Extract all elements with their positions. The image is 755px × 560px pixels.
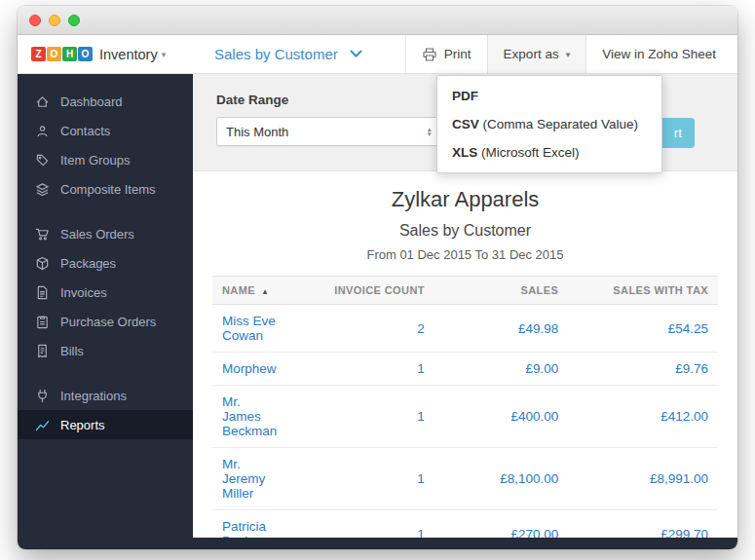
- invoice-count-link[interactable]: 1: [286, 353, 434, 386]
- sidebar-item-integrations[interactable]: Integrations: [18, 381, 193, 410]
- date-range-select[interactable]: This Month ▲▼: [216, 117, 442, 146]
- export-menu-item-csv[interactable]: CSV (Comma Separated Value): [437, 110, 661, 138]
- column-header-name[interactable]: NAME▲: [212, 277, 286, 305]
- customer-name-link[interactable]: Mr. Jeremy Miller: [212, 448, 286, 510]
- chevron-down-icon: ▾: [162, 50, 167, 59]
- top-navigation-bar: Z O H O Inventory ▾ Sales by Customer Pr…: [18, 35, 737, 74]
- column-header-label: NAME: [222, 284, 255, 296]
- column-header-invoice-count[interactable]: INVOICE COUNT: [286, 277, 434, 305]
- sidebar-item-label: Bills: [60, 344, 84, 358]
- print-button[interactable]: Print: [405, 35, 487, 73]
- company-name: Zylkar Apparels: [212, 187, 718, 212]
- export-as-label: Export as: [504, 47, 559, 61]
- sort-ascending-icon: ▲: [261, 287, 269, 296]
- composite-items-icon: [35, 182, 50, 197]
- sidebar-item-label: Item Groups: [60, 153, 131, 168]
- zoho-inventory-logo[interactable]: Z O H O Inventory ▾: [18, 35, 193, 73]
- sales-with-tax-link[interactable]: £54.25: [568, 305, 718, 353]
- export-menu-item-xls[interactable]: XLS (Microsoft Excel): [437, 138, 661, 167]
- sales-value-link[interactable]: £400.00: [434, 386, 568, 448]
- invoice-count-link[interactable]: 1: [286, 386, 434, 448]
- customer-name-link[interactable]: Patricia Boyle: [212, 510, 286, 539]
- sidebar-item-label: Packages: [60, 256, 116, 271]
- sidebar-item-dashboard[interactable]: Dashboard: [18, 87, 193, 116]
- sidebar-item-label: Purchase Orders: [60, 315, 156, 329]
- sidebar-item-item-groups[interactable]: Item Groups: [18, 145, 193, 174]
- close-window-button[interactable]: [29, 15, 41, 26]
- contacts-icon: [35, 124, 50, 138]
- export-format-description: (Comma Separated Value): [479, 117, 638, 131]
- report-table-body: Miss Eve Cowan2£49.98£54.25Morphew1£9.00…: [212, 305, 718, 539]
- column-header-sales-with-tax[interactable]: SALES WITH TAX: [568, 277, 718, 305]
- view-in-zoho-sheet-button[interactable]: View in Zoho Sheet: [586, 35, 732, 73]
- report-period: From 01 Dec 2015 To 31 Dec 2015: [212, 247, 718, 262]
- sidebar-item-label: Reports: [60, 418, 105, 432]
- sales-value-link[interactable]: £9.00: [434, 353, 568, 386]
- customer-name-link[interactable]: Morphew: [212, 353, 286, 386]
- sidebar-item-label: Integrations: [60, 389, 127, 403]
- sales-with-tax-link[interactable]: £299.70: [568, 510, 718, 539]
- sidebar: Dashboard Contacts Item Groups Composite…: [18, 74, 193, 538]
- sidebar-item-label: Contacts: [60, 124, 110, 138]
- export-format-description: (Microsoft Excel): [477, 145, 579, 160]
- report-table: NAME▲ INVOICE COUNT SALES SALES WITH TAX…: [212, 276, 718, 538]
- chevron-down-icon: ▾: [566, 50, 571, 59]
- sidebar-item-sales-orders[interactable]: Sales Orders: [18, 219, 193, 248]
- zoom-window-button[interactable]: [68, 15, 80, 26]
- sidebar-item-contacts[interactable]: Contacts: [18, 116, 193, 145]
- export-menu-item-pdf[interactable]: PDF: [437, 82, 661, 110]
- report-title: Sales by Customer: [212, 222, 718, 240]
- column-header-sales[interactable]: SALES: [434, 277, 568, 305]
- table-row: Mr. James Beckman1£400.00£412.00: [212, 386, 718, 448]
- sidebar-item-packages[interactable]: Packages: [18, 248, 193, 278]
- table-header-row: NAME▲ INVOICE COUNT SALES SALES WITH TAX: [212, 277, 718, 305]
- integrations-icon: [35, 389, 50, 403]
- report-selector[interactable]: Sales by Customer: [193, 35, 362, 73]
- dashboard-icon: [35, 94, 50, 109]
- invoice-count-link[interactable]: 2: [286, 305, 434, 353]
- date-range-value: This Month: [226, 125, 288, 139]
- sales-value-link[interactable]: £8,100.00: [434, 448, 568, 510]
- export-as-button[interactable]: Export as ▾: [487, 35, 587, 73]
- window-footer: [18, 538, 737, 549]
- sidebar-item-bills[interactable]: Bills: [18, 336, 193, 365]
- sales-with-tax-link[interactable]: £412.00: [568, 386, 718, 448]
- sales-with-tax-link[interactable]: £8,991.00: [568, 448, 718, 510]
- export-menu: PDF CSV (Comma Separated Value) XLS (Mic…: [436, 75, 662, 173]
- customer-name-link[interactable]: Mr. James Beckman: [212, 386, 286, 448]
- purchase-orders-icon: [35, 315, 50, 329]
- sidebar-item-label: Invoices: [60, 285, 107, 300]
- sidebar-item-label: Sales Orders: [60, 227, 134, 242]
- reports-icon: [35, 418, 50, 432]
- sidebar-item-reports[interactable]: Reports: [18, 410, 193, 439]
- table-row: Mr. Jeremy Miller1£8,100.00£8,991.00: [212, 448, 718, 510]
- sidebar-item-purchase-orders[interactable]: Purchase Orders: [18, 307, 193, 336]
- invoice-count-link[interactable]: 1: [286, 510, 434, 539]
- logo-letter: O: [78, 47, 93, 61]
- item-groups-icon: [35, 153, 50, 168]
- sales-with-tax-link[interactable]: £9.76: [568, 353, 718, 386]
- packages-icon: [35, 256, 50, 271]
- sidebar-item-composite-items[interactable]: Composite Items: [18, 174, 193, 204]
- view-in-zoho-sheet-label: View in Zoho Sheet: [602, 47, 716, 61]
- table-row: Miss Eve Cowan2£49.98£54.25: [212, 305, 718, 353]
- sales-value-link[interactable]: £270.00: [434, 510, 568, 539]
- customer-name-link[interactable]: Miss Eve Cowan: [212, 305, 286, 353]
- app-window: Z O H O Inventory ▾ Sales by Customer Pr…: [18, 6, 737, 549]
- logo-letter: Z: [31, 47, 46, 61]
- table-row: Morphew1£9.00£9.76: [212, 353, 718, 386]
- select-stepper-icon: ▲▼: [427, 127, 433, 137]
- sidebar-item-label: Dashboard: [60, 94, 123, 109]
- sidebar-item-invoices[interactable]: Invoices: [18, 278, 193, 307]
- logo-letter: O: [47, 47, 61, 61]
- sales-value-link[interactable]: £49.98: [434, 305, 568, 353]
- printer-icon: [422, 47, 437, 62]
- minimize-window-button[interactable]: [49, 15, 60, 26]
- logo-letter: H: [62, 47, 77, 61]
- export-format-name: PDF: [452, 89, 478, 103]
- sales-orders-icon: [35, 227, 50, 242]
- table-row: Patricia Boyle1£270.00£299.70: [212, 510, 718, 539]
- sidebar-item-label: Composite Items: [60, 182, 156, 197]
- report-toolbar: Print Export as ▾ View in Zoho Sheet: [405, 35, 732, 73]
- invoice-count-link[interactable]: 1: [286, 448, 434, 510]
